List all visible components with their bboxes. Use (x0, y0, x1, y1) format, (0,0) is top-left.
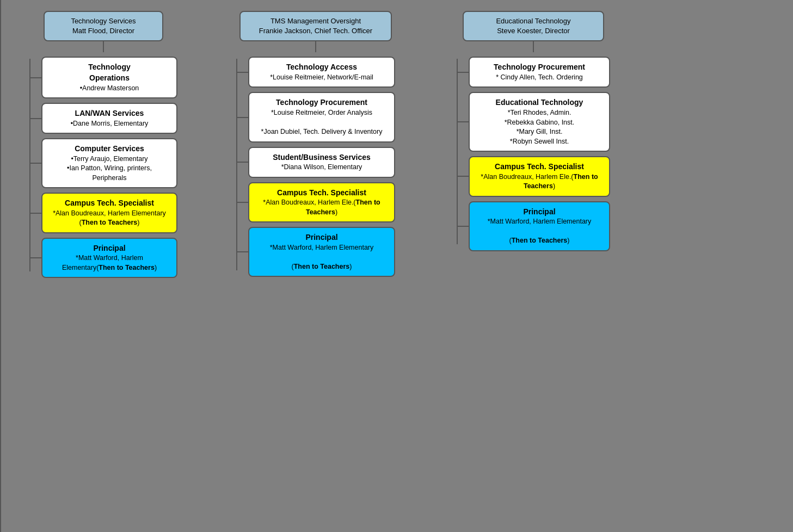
mid-h-line-3 (237, 162, 248, 163)
node-campus-tech-mid-body: *Alan Boudreaux, Harlem Ele.(Then to Tea… (256, 198, 388, 217)
h-line-4 (30, 213, 41, 214)
node-tech-procurement-right-title: Technology Procurement (476, 62, 603, 73)
node-student-business-body: *Diana Wilson, Elementary (256, 163, 388, 172)
vert-connector-right (533, 41, 534, 52)
left-node-row-5: Principal *Matt Warford, Harlem Elementa… (30, 238, 177, 279)
node-tech-operations-body: •Andrew Masterson (49, 84, 170, 94)
right-node-row-4: Principal *Matt Warford, Harlem Elementa… (458, 201, 610, 251)
left-node-row-1: TechnologyOperations •Andrew Masterson (30, 57, 177, 98)
node-educational-tech: Educational Technology *Teri Rhodes, Adm… (469, 92, 610, 152)
node-computer-services-body: •Terry Araujo, Elementary•Ian Patton, Wi… (49, 154, 170, 183)
org-chart: Technology Services Matt Flood, Director… (11, 11, 782, 278)
h-line-3 (30, 163, 41, 164)
header-right: Educational Technology Steve Koester, Di… (463, 11, 604, 41)
node-campus-tech-left-title: Campus Tech. Specialist (49, 198, 170, 209)
right-tree-inner: Technology Procurement * Cindy Allen, Te… (457, 52, 610, 251)
column-left: Technology Services Matt Flood, Director… (11, 11, 196, 278)
node-student-business: Student/Business Services *Diana Wilson,… (248, 147, 395, 178)
node-principal-mid: Principal *Matt Warford, Harlem Elementa… (248, 227, 395, 277)
header-right-line2: Steve Koester, Director (471, 26, 595, 36)
header-right-line1: Educational Technology (471, 16, 595, 26)
node-tech-access: Technology Access *Louise Reitmeier, Net… (248, 57, 395, 88)
left-node-row-4: Campus Tech. Specialist *Alan Boudreaux,… (30, 193, 177, 233)
node-lan-wan-title: LAN/WAN Services (49, 108, 170, 119)
header-left-line2: Matt Flood, Director (52, 26, 155, 36)
node-principal-mid-title: Principal (256, 232, 388, 243)
column-right: Educational Technology Steve Koester, Di… (435, 11, 631, 251)
node-campus-tech-left-body: *Alan Boudreaux, Harlem Elementary (Then… (49, 209, 170, 228)
node-tech-procurement-mid: Technology Procurement *Louise Reitmeier… (248, 92, 395, 142)
mid-h-line-4 (237, 202, 248, 203)
mid-h-line-1 (237, 72, 248, 73)
node-lan-wan: LAN/WAN Services •Dane Morris, Elementar… (41, 103, 177, 134)
mid-h-line-5 (237, 251, 248, 252)
node-campus-tech-left: Campus Tech. Specialist *Alan Boudreaux,… (41, 193, 177, 233)
left-tree: TechnologyOperations •Andrew Masterson L… (29, 52, 177, 278)
h-line-1 (30, 77, 41, 78)
node-campus-tech-right-title: Campus Tech. Specialist (476, 162, 603, 172)
left-tree-inner: TechnologyOperations •Andrew Masterson L… (29, 52, 177, 278)
right-node-row-2: Educational Technology *Teri Rhodes, Adm… (458, 92, 610, 152)
mid-node-row-2: Technology Procurement *Louise Reitmeier… (237, 92, 395, 142)
node-tech-procurement-mid-title: Technology Procurement (256, 97, 388, 108)
right-node-row-3: Campus Tech. Specialist *Alan Boudreaux,… (458, 156, 610, 197)
node-tech-procurement-right-body: * Cindy Allen, Tech. Ordering (476, 73, 603, 83)
node-student-business-title: Student/Business Services (256, 152, 388, 163)
node-tech-operations-title: TechnologyOperations (49, 62, 170, 83)
left-node-row-3: Computer Services •Terry Araujo, Element… (30, 138, 177, 188)
node-tech-access-body: *Louise Reitmeier, Network/E-mail (256, 73, 388, 83)
node-principal-right: Principal *Matt Warford, Harlem Elementa… (469, 201, 610, 251)
header-left-line1: Technology Services (52, 16, 155, 26)
mid-tree-inner: Technology Access *Louise Reitmeier, Net… (236, 52, 395, 277)
node-tech-procurement-mid-body: *Louise Reitmeier, Order Analysis*Joan D… (256, 108, 388, 137)
node-principal-right-title: Principal (476, 207, 603, 218)
node-tech-operations: TechnologyOperations •Andrew Masterson (41, 57, 177, 98)
right-vert-line (457, 59, 458, 244)
h-line-2 (30, 118, 41, 119)
header-left: Technology Services Matt Flood, Director (44, 11, 163, 41)
vert-connector-mid (315, 41, 316, 52)
mid-vert-line (236, 59, 237, 270)
mid-node-row-1: Technology Access *Louise Reitmeier, Net… (237, 57, 395, 88)
mid-node-row-4: Campus Tech. Specialist *Alan Boudreaux,… (237, 182, 395, 223)
node-principal-mid-body: *Matt Warford, Harlem Elementary(Then to… (256, 243, 388, 272)
h-line-5 (30, 257, 41, 258)
node-educational-tech-title: Educational Technology (476, 97, 603, 108)
right-h-line-1 (458, 72, 469, 73)
header-mid: TMS Management Oversight Frankie Jackson… (239, 11, 392, 41)
node-campus-tech-right-body: *Alan Boudreaux, Harlem Ele.(Then to Tea… (476, 172, 603, 191)
node-principal-right-body: *Matt Warford, Harlem Elementary(Then to… (476, 217, 603, 246)
node-principal-left-body: *Matt Warford, Harlem Elementary(Then to… (49, 253, 170, 273)
left-nodes: TechnologyOperations •Andrew Masterson L… (30, 52, 177, 278)
node-tech-procurement-right: Technology Procurement * Cindy Allen, Te… (469, 57, 610, 88)
node-computer-services-title: Computer Services (49, 144, 170, 154)
column-mid: TMS Management Oversight Frankie Jackson… (212, 11, 419, 277)
node-principal-left-title: Principal (49, 243, 170, 254)
mid-nodes: Technology Access *Louise Reitmeier, Net… (237, 52, 395, 277)
node-campus-tech-mid: Campus Tech. Specialist *Alan Boudreaux,… (248, 182, 395, 223)
right-h-line-4 (458, 226, 469, 227)
left-node-row-2: LAN/WAN Services •Dane Morris, Elementar… (30, 103, 177, 134)
right-nodes: Technology Procurement * Cindy Allen, Te… (458, 52, 610, 251)
node-computer-services: Computer Services •Terry Araujo, Element… (41, 138, 177, 188)
vert-connector-left (103, 41, 104, 52)
left-vert-line (29, 59, 30, 271)
node-principal-left: Principal *Matt Warford, Harlem Elementa… (41, 238, 177, 279)
header-mid-line1: TMS Management Oversight (248, 16, 383, 26)
header-mid-line2: Frankie Jackson, Chief Tech. Officer (248, 26, 383, 36)
mid-node-row-5: Principal *Matt Warford, Harlem Elementa… (237, 227, 395, 277)
right-h-line-3 (458, 176, 469, 177)
right-h-line-2 (458, 121, 469, 122)
node-tech-access-title: Technology Access (256, 62, 388, 73)
mid-h-line-2 (237, 117, 248, 118)
mid-node-row-3: Student/Business Services *Diana Wilson,… (237, 147, 395, 178)
node-campus-tech-mid-title: Campus Tech. Specialist (256, 188, 388, 199)
right-node-row-1: Technology Procurement * Cindy Allen, Te… (458, 57, 610, 88)
node-lan-wan-body: •Dane Morris, Elementary (49, 119, 170, 129)
node-campus-tech-right: Campus Tech. Specialist *Alan Boudreaux,… (469, 156, 610, 197)
node-educational-tech-body: *Teri Rhodes, Admin.*Rebekka Gabino, Ins… (476, 108, 603, 146)
